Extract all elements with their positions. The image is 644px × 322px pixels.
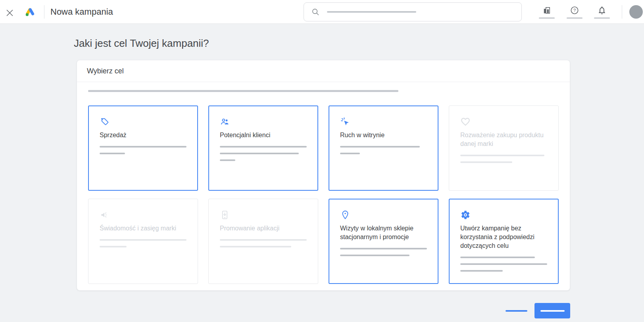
app-header: Nowa kampania ? (0, 0, 644, 24)
goal-card-title: Rozważenie zakupu produktu danej marki (460, 131, 547, 148)
location-pin-icon (340, 210, 350, 220)
megaphone-icon (100, 210, 110, 220)
goal-card-title: Sprzedaż (100, 131, 186, 140)
footer-actions (74, 303, 570, 318)
people-icon (220, 117, 230, 127)
goal-card-website-traffic[interactable]: Ruch w witrynie (329, 105, 438, 191)
help-icon[interactable]: ? (566, 0, 583, 24)
goal-card-skeleton-lines (220, 239, 307, 247)
goal-grid: SprzedażPotencjalni klienciRuch w witryn… (77, 105, 570, 284)
tag-icon (100, 117, 110, 127)
button-label-skeleton (540, 310, 565, 312)
notifications-icon[interactable] (593, 0, 611, 24)
goal-selection-panel: Wybierz cel SprzedażPotencjalni klienciR… (77, 60, 570, 291)
toolbar-label-skeleton (567, 17, 582, 19)
avatar[interactable] (629, 5, 643, 19)
goal-card-skeleton-lines (340, 248, 427, 256)
page-title: Nowa kampania (50, 0, 113, 24)
main-content: Jaki jest cel Twojej kampanii? Wybierz c… (0, 24, 644, 318)
cursor-click-icon (340, 117, 350, 127)
goal-card-title: Wizyty w lokalnym sklepie stacjonarnym i… (340, 224, 427, 242)
goal-card-skeleton-lines (100, 239, 186, 247)
goal-card-skeleton-lines (100, 146, 186, 154)
goal-card-local-store-visits[interactable]: Wizyty w lokalnym sklepie stacjonarnym i… (329, 199, 438, 284)
goal-card-brand-awareness-reach: Świadomość i zasięg marki (88, 199, 198, 284)
goal-card-product-brand-consideration: Rozważenie zakupu produktu danej marki (449, 105, 559, 191)
goal-card-app-promotion: Promowanie aplikacji (208, 199, 318, 284)
toolbar-label-skeleton (539, 17, 555, 19)
campaign-goal-heading: Jaki jest cel Twojej kampanii? (74, 36, 644, 50)
panel-title: Wybierz cel (77, 60, 570, 82)
reports-icon[interactable] (538, 0, 556, 24)
continue-button[interactable] (534, 303, 570, 318)
goal-card-title: Utwórz kampanię bez korzystania z podpow… (460, 224, 547, 250)
google-ads-logo (24, 7, 35, 17)
search-icon (311, 8, 320, 16)
panel-description-skeleton (88, 90, 559, 92)
toolbar-label-skeleton (594, 17, 610, 19)
goal-card-no-goal-guidance[interactable]: Utwórz kampanię bez korzystania z podpow… (449, 199, 559, 284)
secondary-action-link-skeleton[interactable] (506, 310, 527, 312)
header-divider (622, 5, 622, 19)
goal-card-skeleton-lines (460, 257, 547, 272)
goal-card-sales[interactable]: Sprzedaż (88, 105, 198, 191)
gear-icon (460, 210, 471, 220)
close-icon[interactable] (6, 9, 13, 17)
goal-card-skeleton-lines (220, 146, 307, 161)
goal-card-title: Promowanie aplikacji (220, 224, 307, 233)
goal-card-leads[interactable]: Potencjalni klienci (208, 105, 318, 191)
header-divider (44, 5, 44, 19)
heart-icon (460, 117, 471, 127)
search-placeholder-skeleton (327, 11, 416, 13)
goal-card-title: Potencjalni klienci (220, 131, 307, 140)
goal-card-title: Świadomość i zasięg marki (100, 224, 186, 233)
goal-card-skeleton-lines (340, 146, 427, 154)
search-input[interactable] (304, 2, 522, 21)
app-download-icon (220, 210, 230, 220)
svg-text:?: ? (573, 8, 576, 13)
goal-card-title: Ruch w witrynie (340, 131, 427, 140)
goal-card-skeleton-lines (460, 155, 547, 163)
